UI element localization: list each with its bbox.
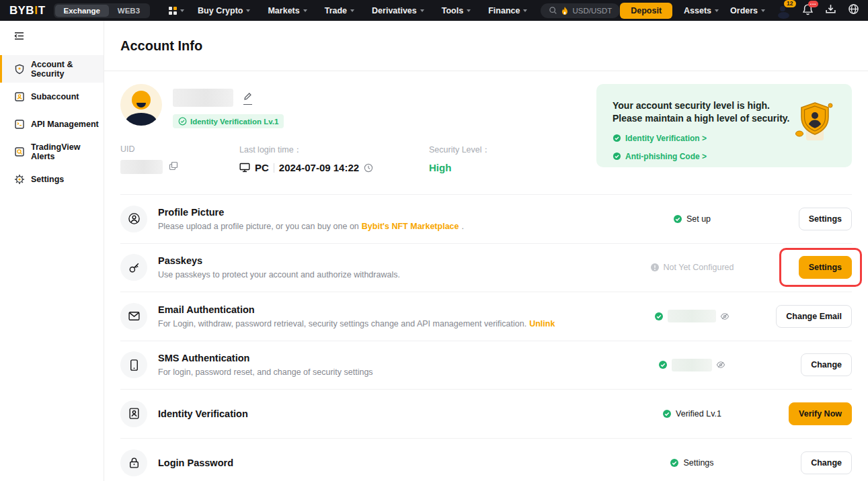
passkeys-settings-button[interactable]: Settings — [799, 256, 852, 279]
check-circle-icon — [654, 312, 664, 321]
row-status: Set up — [608, 214, 776, 224]
download-app-button[interactable] — [825, 3, 836, 17]
shield-illustration — [793, 100, 834, 146]
subaccount-icon — [14, 91, 25, 102]
globe-icon — [848, 3, 859, 15]
security-card-line1: Your account security level is high. — [613, 99, 791, 112]
sidebar-item-label: TradingView Alerts — [31, 142, 104, 161]
edit-username-button[interactable] — [243, 91, 252, 105]
menu-trade[interactable]: Trade — [325, 6, 354, 15]
chevron-down-icon — [303, 9, 307, 12]
bybit-logo[interactable]: BYBIT — [9, 4, 46, 17]
email-value-redacted — [668, 310, 716, 322]
apps-grid-icon — [169, 7, 177, 15]
id-card-icon — [128, 407, 141, 420]
chevron-down-icon — [523, 9, 527, 12]
chevron-down-icon — [761, 9, 765, 12]
row-icon-circle — [120, 206, 147, 232]
row-sms-authentication: SMS Authentication For login, password r… — [120, 341, 852, 390]
settings-sidebar: Account & Security Subaccount API Manage… — [0, 21, 104, 481]
eye-slash-icon[interactable] — [716, 360, 725, 369]
check-circle-icon — [613, 134, 621, 142]
chevron-down-icon — [246, 9, 250, 12]
deposit-button[interactable]: Deposit — [620, 3, 672, 19]
login-device: PC — [255, 162, 269, 173]
login-time: 2024-07-09 14:22 — [279, 162, 359, 173]
phone-icon — [128, 359, 141, 371]
notifications-button[interactable]: ••• — [802, 3, 814, 18]
sidebar-item-label: Subaccount — [31, 92, 79, 101]
exchange-web3-switch: Exchange WEB3 — [54, 3, 151, 18]
row-status: Verified Lv.1 — [608, 409, 776, 419]
sidebar-collapse-button[interactable] — [14, 31, 24, 43]
flame-icon — [561, 7, 568, 15]
last-login-block: Last login time： PC 2024-07-09 14:22 — [239, 144, 429, 174]
check-circle-icon — [613, 152, 621, 161]
phone-value-redacted — [672, 359, 712, 371]
tab-web3[interactable]: WEB3 — [109, 5, 149, 17]
search-value: USD/USDT — [572, 7, 612, 15]
download-icon — [825, 3, 836, 15]
row-icon-circle — [120, 351, 147, 378]
change-phone-button[interactable]: Change — [801, 353, 852, 376]
profile-picture-settings-button[interactable]: Settings — [799, 208, 852, 230]
row-icon-circle — [120, 254, 147, 281]
row-title: SMS Authentication — [158, 353, 597, 363]
sidebar-item-settings[interactable]: Settings — [0, 165, 104, 193]
sidebar-item-api-management[interactable]: API Management — [0, 110, 104, 138]
sidebar-item-account-security[interactable]: Account & Security — [0, 55, 104, 83]
change-password-button[interactable]: Change — [801, 451, 852, 474]
menu-assets[interactable]: Assets — [684, 6, 719, 15]
passkey-icon — [128, 261, 141, 274]
menu-finance[interactable]: Finance — [488, 6, 527, 15]
page-title: Account Info — [120, 21, 852, 54]
pencil-icon — [243, 92, 252, 101]
sidebar-item-tradingview-alerts[interactable]: TradingView Alerts — [0, 138, 104, 165]
api-icon — [14, 119, 25, 130]
row-icon-circle — [120, 400, 147, 427]
info-circle-icon — [650, 263, 660, 272]
check-circle-icon — [662, 409, 672, 419]
apps-grid-menu[interactable] — [169, 7, 184, 15]
copy-uid-button[interactable] — [169, 161, 178, 173]
row-status: Settings — [608, 458, 776, 468]
chevron-down-icon — [467, 9, 471, 12]
sidebar-item-label: Account & Security — [31, 60, 104, 79]
nft-marketplace-link[interactable]: Bybit's NFT Marketplace — [362, 222, 459, 231]
sidebar-item-subaccount[interactable]: Subaccount — [0, 83, 104, 110]
language-button[interactable] — [848, 3, 859, 17]
chevron-down-icon — [715, 9, 719, 12]
row-icon-circle — [120, 303, 147, 330]
row-email-authentication: Email Authentication For Login, withdraw… — [120, 292, 852, 341]
check-circle-icon — [178, 117, 187, 126]
unlink-email-link[interactable]: Unlink — [529, 319, 555, 329]
menu-derivatives[interactable]: Derivatives — [372, 6, 424, 15]
copy-icon — [169, 161, 178, 171]
verify-now-button[interactable]: Verify Now — [789, 402, 852, 425]
change-email-button[interactable]: Change Email — [776, 305, 852, 328]
identity-verification-badge: Identity Verification Lv.1 — [173, 114, 284, 128]
menu-markets[interactable]: Markets — [268, 6, 307, 15]
row-profile-picture: Profile Picture Please upload a profile … — [120, 195, 852, 244]
clock-icon — [364, 163, 373, 173]
sidebar-item-label: API Management — [31, 120, 99, 129]
shield-icon — [14, 64, 25, 75]
menu-buy-crypto[interactable]: Buy Crypto — [198, 6, 250, 15]
account-avatar-menu[interactable]: 12 — [777, 3, 791, 17]
uid-label: UID — [120, 144, 239, 154]
row-login-password: Login Password Settings Change — [120, 439, 852, 481]
email-icon — [128, 310, 141, 322]
last-login-label: Last login time： — [239, 144, 429, 156]
anti-phishing-code-link[interactable]: Anti-phishing Code > — [613, 152, 836, 161]
menu-orders[interactable]: Orders — [730, 6, 765, 15]
security-card-line2: Please maintain a high level of security… — [613, 112, 791, 125]
top-navbar: BYBIT Exchange WEB3 Buy Crypto Markets T… — [0, 0, 868, 21]
menu-tools[interactable]: Tools — [442, 6, 471, 15]
tab-exchange[interactable]: Exchange — [55, 5, 109, 17]
search-input[interactable]: USD/USDT — [541, 3, 620, 18]
row-status: Not Yet Configured — [608, 263, 776, 272]
chevron-down-icon — [420, 9, 424, 12]
rewards-count-badge: 12 — [784, 0, 795, 7]
eye-slash-icon[interactable] — [720, 312, 729, 321]
check-circle-icon — [670, 458, 679, 468]
